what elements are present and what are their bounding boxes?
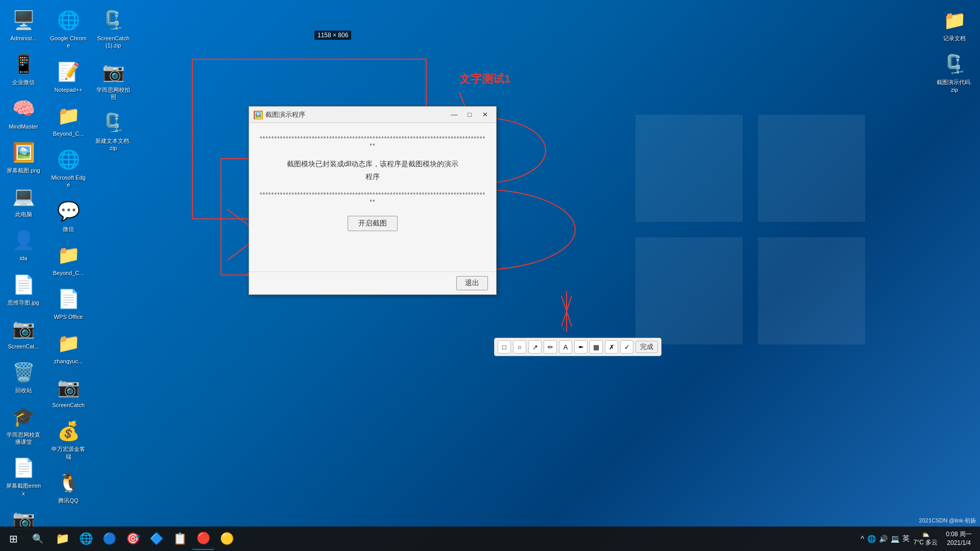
- icon-beyond-c[interactable]: 📁 Beyond_C...: [48, 101, 89, 140]
- dialog-exit-button[interactable]: 退出: [456, 276, 488, 290]
- icon-screencatch3[interactable]: 📷 ScreenCatch: [48, 372, 89, 412]
- icon-screencatch-img: 📷: [11, 316, 36, 341]
- systray-volume[interactable]: 🔊: [879, 535, 888, 543]
- icon-beyond-c2[interactable]: 📁 Beyond_C...: [48, 240, 89, 280]
- systray-input[interactable]: 英: [902, 534, 910, 543]
- icon-screenshot-png-img: 🖼️: [11, 140, 36, 165]
- icon-xuewang2-img: 📷: [101, 60, 126, 84]
- icon-sanfang[interactable]: 💰 申万宏源金客端: [48, 416, 89, 463]
- dialog-stars-top: ****************************************…: [259, 135, 486, 149]
- icon-siyuan-map[interactable]: 📄 思维导图.jpg: [3, 269, 44, 309]
- toolbar-rect-btn[interactable]: □: [498, 340, 511, 354]
- icon-jilu-doc-img: 📁: [942, 8, 967, 33]
- desktop: 1158 × 806 🖥️ Administ... 📱 企业微信 🧠 MindM…: [0, 0, 980, 551]
- taskbar-icon-task5[interactable]: 🔴: [192, 528, 214, 550]
- icon-screencatch-label: ScreenCat...: [8, 343, 39, 350]
- systray-expand[interactable]: ^: [861, 535, 864, 543]
- icon-admin[interactable]: 🖥️ Administ...: [3, 5, 44, 45]
- dialog-stars-bottom: ****************************************…: [259, 191, 486, 206]
- icon-admin-img: 🖥️: [11, 8, 36, 33]
- icon-jilu-doc[interactable]: 📁 记录文档: [934, 5, 975, 45]
- icon-screencatch-zip-img: 🗜️: [101, 8, 126, 33]
- icon-new-text[interactable]: 🗜️ 新建文本文档.zip: [93, 108, 134, 155]
- icon-beyond-c-img: 📁: [56, 104, 81, 128]
- icon-xuewang2-label: 学而思网校拍照: [95, 86, 132, 101]
- icon-recycle-img: 🗑️: [11, 360, 36, 385]
- icon-edge-label: Microsoft Edge: [50, 174, 87, 189]
- dialog-button-row: 开启截图: [348, 216, 398, 231]
- taskbar-search-button[interactable]: 🔍: [27, 528, 49, 550]
- toolbar-mosaic-btn[interactable]: ▦: [590, 340, 603, 354]
- icon-jietu-zip[interactable]: 🗜️ 截图演示代码.zip: [934, 49, 975, 96]
- icon-chrome-label: Google Chrome: [50, 35, 87, 49]
- taskbar-icon-task2[interactable]: 🎯: [121, 528, 144, 550]
- taskbar-icon-task4[interactable]: 📋: [168, 528, 191, 550]
- start-button[interactable]: ⊞: [0, 527, 27, 551]
- icon-screen-emmx[interactable]: 📄 屏幕截图emmx: [3, 453, 44, 500]
- toolbar-pen-btn[interactable]: ✏: [544, 340, 557, 354]
- taskbar-clock[interactable]: 0:08 周一 2021/1/4: [942, 530, 976, 547]
- icon-zhangyuc-img: 📁: [56, 331, 81, 356]
- desktop-icons-left: 🖥️ Administ... 📱 企业微信 🧠 MindMaster 🖼️ 屏幕…: [0, 0, 148, 551]
- systray-network[interactable]: 🌐: [867, 535, 876, 543]
- icon-wechat[interactable]: 💬 微信: [48, 196, 89, 236]
- taskbar-icons: 📁 🌐 🔵 🎯 🔷 📋 🔴 🟡: [51, 528, 238, 550]
- icon-xuewang[interactable]: 🎓 学而思网校直播课堂: [3, 402, 44, 449]
- icon-enterprise-wechat[interactable]: 📱 企业微信: [3, 49, 44, 89]
- dialog-window-controls: — □ ✕: [447, 109, 492, 120]
- icon-wps[interactable]: 📄 WPS Office: [48, 284, 89, 323]
- icon-edge-img: 🌐: [56, 147, 81, 172]
- icon-screencatch-zip-label: ScreenCatch (1).zip: [95, 35, 132, 49]
- dialog-titlebar: 🖼️ 截图演示程序 — □ ✕: [249, 107, 496, 123]
- icon-jietu-zip-label: 截图演示代码.zip: [936, 79, 973, 93]
- icon-zhangyuc[interactable]: 📁 zhangyuc...: [48, 328, 89, 368]
- icon-screencatch3-img: 📷: [56, 375, 81, 399]
- icon-qq[interactable]: 🐧 腾讯QQ: [48, 467, 89, 507]
- icon-siyuan-map-img: 📄: [11, 272, 36, 297]
- dialog-maximize-button[interactable]: □: [462, 109, 477, 120]
- icon-ida-label: ida: [20, 255, 28, 262]
- toolbar-done-button[interactable]: 完成: [635, 341, 658, 353]
- taskbar-icon-task3[interactable]: 🔷: [145, 528, 167, 550]
- svg-rect-0: [635, 115, 743, 222]
- screenshot-demo-dialog: 🖼️ 截图演示程序 — □ ✕ ************************…: [249, 106, 497, 295]
- svg-line-13: [561, 296, 572, 327]
- icon-xuewang2[interactable]: 📷 学而思网校拍照: [93, 57, 134, 104]
- red-text-annotation-1: 文字测试1: [459, 71, 510, 87]
- open-screenshot-button[interactable]: 开启截图: [348, 216, 398, 231]
- icon-beyond-c2-label: Beyond_C...: [53, 269, 84, 277]
- dialog-app-icon: 🖼️: [253, 110, 262, 119]
- dialog-minimize-button[interactable]: —: [447, 109, 461, 120]
- icon-screenshot-png[interactable]: 🖼️ 屏幕截图.png: [3, 137, 44, 177]
- icon-screencatch-zip[interactable]: 🗜️ ScreenCatch (1).zip: [93, 5, 134, 53]
- icon-recycle[interactable]: 🗑️ 回收站: [3, 357, 44, 397]
- icon-xuewang-label: 学而思网校直播课堂: [5, 431, 42, 446]
- toolbar-marker-btn[interactable]: ✒: [574, 340, 587, 354]
- dimension-tooltip: 1158 × 806: [314, 31, 351, 40]
- toolbar-clear-btn[interactable]: ✗: [605, 340, 618, 354]
- icon-ida[interactable]: 👤 ida: [3, 225, 44, 265]
- taskbar-icon-task1[interactable]: 🔵: [98, 528, 120, 550]
- systray-battery[interactable]: 💻: [891, 535, 899, 543]
- dialog-close-button[interactable]: ✕: [478, 109, 492, 120]
- taskbar-icon-chrome[interactable]: 🌐: [75, 528, 97, 550]
- taskbar-icon-file-explorer[interactable]: 📁: [51, 528, 74, 550]
- toolbar-text-btn[interactable]: A: [559, 340, 572, 354]
- icon-this-pc[interactable]: 💻 此电脑: [3, 181, 44, 221]
- windows-logo: [623, 102, 878, 357]
- toolbar-circle-btn[interactable]: ○: [513, 340, 526, 354]
- taskbar-weather[interactable]: ⛅ 7°C 多云: [914, 531, 938, 547]
- icon-mindmaster[interactable]: 🧠 MindMaster: [3, 93, 44, 133]
- toolbar-arrow-btn[interactable]: ↗: [528, 340, 542, 354]
- icon-notepad[interactable]: 📝 Notepad++: [48, 57, 89, 96]
- toolbar-check-btn[interactable]: ✓: [620, 340, 633, 354]
- taskbar-icon-task6[interactable]: 🟡: [215, 528, 238, 550]
- icon-chrome[interactable]: 🌐 Google Chrome: [48, 5, 89, 53]
- dialog-body: ****************************************…: [249, 123, 496, 271]
- weather-text: 7°C 多云: [914, 538, 938, 547]
- icon-jilu-doc-label: 记录文档: [943, 35, 966, 42]
- icon-screencatch[interactable]: 📷 ScreenCat...: [3, 313, 44, 353]
- icon-mindmaster-img: 🧠: [11, 96, 36, 121]
- icon-edge[interactable]: 🌐 Microsoft Edge: [48, 144, 89, 192]
- icon-jietu-zip-img: 🗜️: [942, 52, 967, 77]
